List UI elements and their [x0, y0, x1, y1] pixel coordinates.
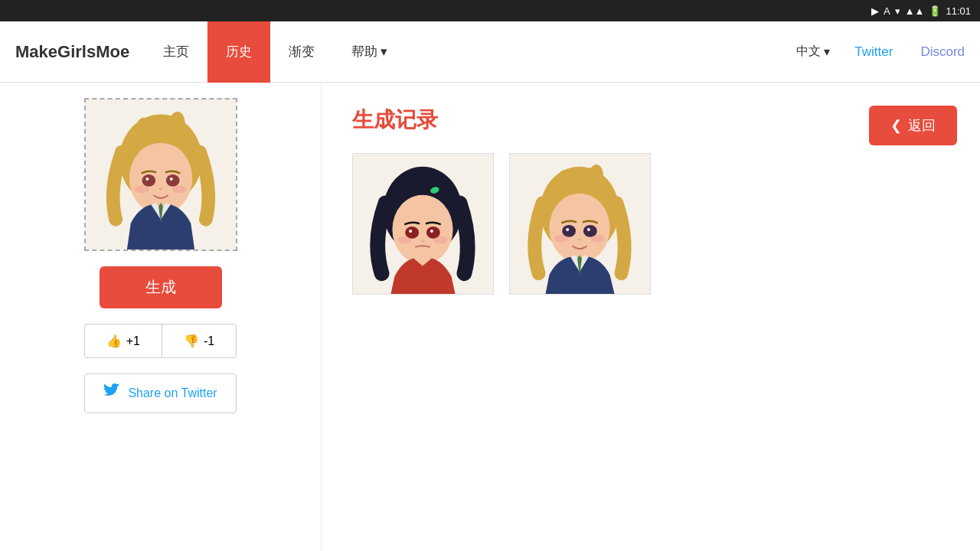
character-preview	[84, 98, 237, 251]
svg-point-31	[566, 228, 569, 231]
history-image-2[interactable]	[509, 153, 651, 295]
svg-point-19	[409, 230, 412, 233]
svg-point-6	[142, 174, 155, 187]
nav-gradient[interactable]: 渐变	[270, 21, 333, 83]
chevron-down-icon: ▾	[381, 44, 387, 60]
history-grid	[352, 153, 949, 295]
wifi-icon: ▾	[895, 5, 900, 17]
right-panel: 生成记录 ❮ 返回	[322, 83, 980, 551]
history-char-2	[510, 153, 650, 295]
svg-point-32	[587, 228, 590, 231]
like-button[interactable]: 👍 +1	[84, 324, 162, 358]
nav-discord-link[interactable]: Discord	[905, 44, 980, 60]
nav-home[interactable]: 主页	[145, 21, 207, 83]
history-char-1	[353, 153, 493, 295]
vote-row: 👍 +1 👎 -1	[84, 324, 237, 358]
clock: 11:01	[946, 5, 971, 17]
twitter-bird-icon	[103, 383, 120, 403]
status-icons: ▶ A ▾ ▲▲ 🔋 11:01	[871, 5, 971, 17]
left-panel: 生成 👍 +1 👎 -1 Share on Twitter	[0, 83, 322, 551]
history-image-1[interactable]	[352, 153, 494, 295]
play-icon: ▶	[871, 5, 879, 17]
translate-icon: A	[884, 5, 890, 17]
svg-point-20	[430, 230, 433, 233]
svg-point-10	[134, 186, 149, 194]
generate-button[interactable]: 生成	[100, 266, 222, 308]
status-bar: ▶ A ▾ ▲▲ 🔋 11:01	[0, 0, 980, 21]
twitter-share-button[interactable]: Share on Twitter	[84, 373, 236, 413]
character-image	[86, 99, 236, 249]
navbar: MakeGirlsMoe 主页 历史 渐变 帮助 ▾ 中文 ▾ Twitter …	[0, 21, 980, 83]
signal-icon: ▲▲	[905, 5, 925, 17]
main-layout: 生成 👍 +1 👎 -1 Share on Twitter 生成记录 ❮	[0, 83, 980, 551]
svg-point-22	[434, 236, 448, 244]
svg-point-7	[165, 174, 179, 187]
section-title: 生成记录	[352, 106, 949, 135]
thumbs-up-icon: 👍	[106, 334, 122, 348]
battery-icon: 🔋	[929, 5, 941, 17]
svg-point-21	[397, 236, 411, 244]
svg-point-9	[169, 178, 172, 181]
chevron-left-icon: ❮	[890, 117, 902, 134]
nav-twitter-link[interactable]: Twitter	[842, 44, 905, 60]
language-selector[interactable]: 中文 ▾	[784, 44, 842, 60]
svg-point-34	[591, 235, 605, 243]
chevron-down-icon: ▾	[824, 44, 830, 59]
thumbs-down-icon: 👎	[184, 334, 199, 348]
dislike-button[interactable]: 👎 -1	[162, 324, 237, 358]
back-button[interactable]: ❮ 返回	[869, 106, 957, 145]
svg-point-11	[172, 186, 187, 194]
site-logo[interactable]: MakeGirlsMoe	[0, 42, 145, 62]
svg-point-33	[554, 235, 568, 243]
nav-history[interactable]: 历史	[207, 21, 270, 83]
nav-help[interactable]: 帮助 ▾	[333, 21, 406, 83]
svg-point-8	[145, 178, 149, 181]
